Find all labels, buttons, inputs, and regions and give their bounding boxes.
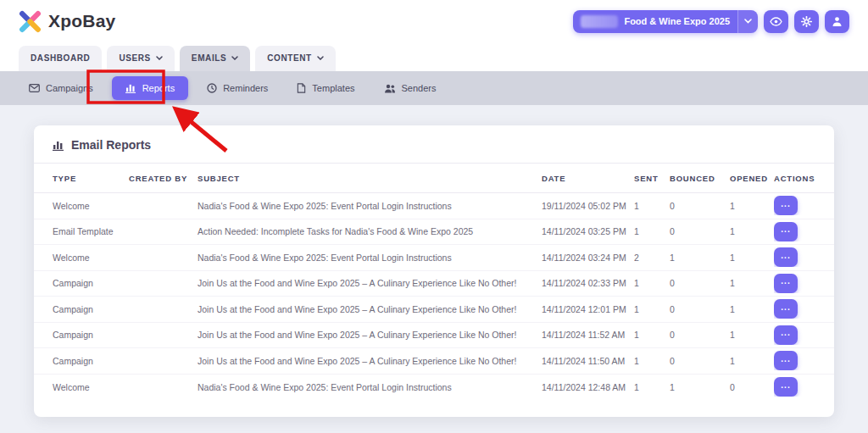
chevron-down-icon (737, 10, 758, 33)
row-actions-button[interactable]: ... (774, 325, 798, 345)
ellipsis-icon: ... (781, 328, 790, 337)
subnav-item-campaigns[interactable]: Campaigns (19, 76, 103, 100)
column-header-subject: Subject (198, 174, 542, 183)
chevron-down-icon (231, 56, 238, 60)
cell-type: Welcome (53, 201, 129, 211)
subnav-item-senders[interactable]: Senders (374, 76, 447, 100)
cell-sent: 2 (634, 253, 670, 263)
tab-users[interactable]: USERS (107, 46, 174, 71)
cell-sent: 1 (634, 201, 670, 211)
cell-type: Campaign (53, 356, 129, 366)
ellipsis-icon: ... (781, 251, 790, 260)
cell-opened: 1 (730, 253, 774, 263)
cell-actions: ... (774, 351, 815, 370)
row-actions-button[interactable]: ... (774, 351, 798, 370)
cell-bounced: 0 (670, 226, 730, 236)
preview-eye-button[interactable] (764, 10, 788, 33)
table-row: CampaignJoin Us at the Food and Wine Exp… (34, 348, 834, 375)
cell-bounced: 0 (670, 201, 730, 211)
cell-type: Campaign (53, 330, 129, 340)
cell-date: 19/11/2024 05:02 PM (542, 201, 634, 211)
table-row: Email TemplateAction Needed: Incomplete … (34, 219, 834, 246)
cell-date: 14/11/2024 11:52 AM (542, 330, 634, 340)
cell-bounced: 0 (670, 278, 730, 288)
cell-sent: 1 (634, 356, 670, 366)
envelope-icon (29, 84, 40, 92)
app-header: XpoBay Food & Wine Expo 2025 (0, 0, 868, 42)
main-nav-tabs: DASHBOARDUSERSEMAILSCONTENT (0, 42, 868, 71)
cell-opened: 1 (730, 201, 774, 211)
tab-dashboard[interactable]: DASHBOARD (19, 46, 102, 71)
row-actions-button[interactable]: ... (774, 274, 798, 293)
cell-opened: 1 (730, 356, 774, 366)
cell-opened: 0 (730, 382, 774, 392)
table-header-row: TypeCreated BySubjectDateSentBouncedOpen… (34, 164, 834, 193)
user-profile-button[interactable] (825, 10, 849, 33)
cell-date: 14/11/2024 03:25 PM (542, 226, 634, 236)
cell-bounced: 0 (670, 304, 730, 314)
row-actions-button[interactable]: ... (774, 196, 798, 215)
row-actions-button[interactable]: ... (774, 222, 798, 241)
page-content: Email Reports TypeCreated BySubjectDateS… (0, 105, 868, 433)
tab-emails[interactable]: EMAILS (180, 46, 250, 71)
tab-label: EMAILS (192, 53, 226, 63)
subnav-item-reminders[interactable]: Reminders (197, 76, 278, 100)
redacted-event-prefix (581, 15, 618, 28)
cell-actions: ... (774, 247, 815, 267)
row-actions-button[interactable]: ... (774, 377, 798, 397)
chevron-down-icon (317, 56, 324, 60)
cell-date: 14/11/2024 02:33 PM (542, 278, 634, 288)
cell-date: 14/11/2024 11:50 AM (542, 356, 634, 366)
clock-icon (207, 83, 217, 93)
cell-subject: Join Us at the Food and Wine Expo 2025 –… (198, 304, 542, 314)
column-header-sent: Sent (634, 174, 670, 183)
cell-sent: 1 (634, 382, 670, 392)
table-row: WelcomeNadia's Food & Wine Expo 2025: Ev… (34, 193, 834, 219)
cell-type: Welcome (53, 382, 129, 392)
subnav-item-label: Campaigns (46, 83, 93, 93)
tab-label: USERS (119, 53, 150, 63)
event-selector-dropdown[interactable]: Food & Wine Expo 2025 (573, 10, 758, 33)
cell-actions: ... (774, 196, 815, 215)
user-icon (832, 16, 843, 27)
table-row: WelcomeNadia's Food & Wine Expo 2025: Ev… (34, 245, 834, 271)
ellipsis-icon: ... (781, 354, 790, 364)
ellipsis-icon: ... (781, 199, 790, 208)
cell-subject: Join Us at the Food and Wine Expo 2025 –… (198, 356, 542, 366)
bar-chart-icon (53, 140, 64, 151)
brand-logo[interactable]: XpoBay (19, 10, 115, 33)
row-actions-button[interactable]: ... (774, 247, 798, 267)
cell-type: Email Template (53, 226, 129, 236)
chevron-down-icon (156, 56, 163, 60)
tab-label: CONTENT (267, 53, 312, 63)
tab-label: DASHBOARD (31, 53, 90, 63)
subnav-item-label: Senders (402, 83, 437, 93)
subnav-item-reports[interactable]: Reports (112, 76, 189, 100)
cell-subject: Nadia's Food & Wine Expo 2025: Event Por… (198, 253, 542, 263)
table-row: WelcomeNadia's Food & Wine Expo 2025: Ev… (34, 375, 834, 401)
column-header-date: Date (542, 174, 634, 183)
ellipsis-icon: ... (781, 276, 790, 286)
cell-actions: ... (774, 377, 815, 397)
table-row: CampaignJoin Us at the Food and Wine Exp… (34, 271, 834, 297)
users-icon (384, 84, 396, 93)
cell-sent: 1 (634, 278, 670, 288)
cell-opened: 1 (730, 226, 774, 236)
cell-subject: Nadia's Food & Wine Expo 2025: Event Por… (198, 382, 542, 392)
cell-subject: Action Needed: Incomplete Tasks for Nadi… (198, 226, 542, 236)
tab-content[interactable]: CONTENT (255, 46, 336, 71)
settings-button[interactable] (794, 10, 819, 33)
column-header-bounced: Bounced (670, 174, 730, 183)
cell-actions: ... (774, 222, 815, 241)
cell-type: Campaign (53, 278, 129, 288)
cell-bounced: 1 (670, 253, 730, 263)
cell-opened: 1 (730, 330, 774, 340)
cell-actions: ... (774, 299, 815, 319)
subnav-item-label: Reports (142, 83, 175, 93)
row-actions-button[interactable]: ... (774, 299, 798, 319)
subnav-item-templates[interactable]: Templates (287, 76, 364, 100)
bar-chart-icon (125, 83, 136, 93)
cell-sent: 1 (634, 304, 670, 314)
brand-name: XpoBay (48, 11, 115, 31)
cell-date: 14/11/2024 12:01 PM (542, 304, 634, 314)
